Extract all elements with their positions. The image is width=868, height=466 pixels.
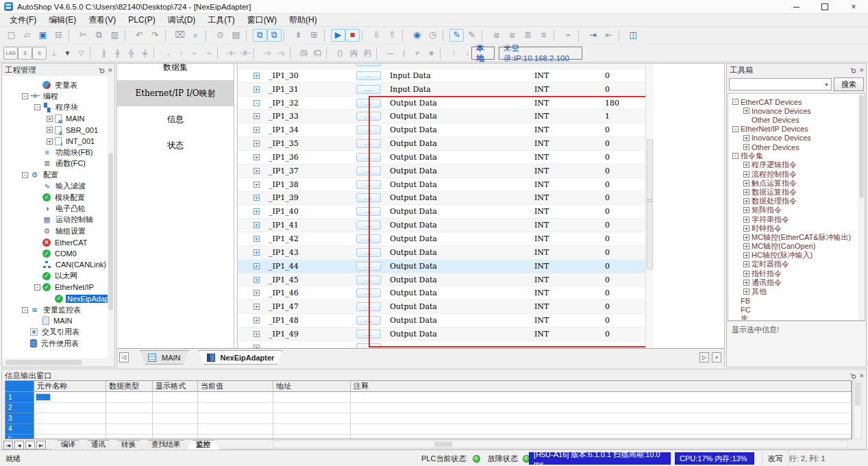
run-icon[interactable]: ▶ xyxy=(331,29,345,42)
toolbox-tree-item[interactable]: FB xyxy=(728,296,865,305)
tree-expander-icon[interactable]: + xyxy=(743,234,749,241)
menu-item[interactable]: 文件(F) xyxy=(3,13,42,27)
row-expander-icon[interactable]: + xyxy=(253,168,260,174)
local-mode-button[interactable]: 本地 xyxy=(471,47,495,60)
io-mapping-row[interactable]: + _IP1_34 ... Output Data INT 0 xyxy=(238,123,645,137)
cell-placeholder[interactable]: ... xyxy=(36,394,50,400)
watch-row[interactable]: 5 ... xyxy=(5,434,852,439)
row-expander-icon[interactable]: + xyxy=(253,113,260,119)
hline-icon[interactable]: — xyxy=(383,47,397,60)
triangle-outline-icon[interactable]: ▽ xyxy=(74,47,88,60)
minimize-button[interactable] xyxy=(782,0,810,14)
open-project-icon[interactable]: ▱ xyxy=(19,29,35,42)
cell-comment[interactable] xyxy=(351,392,852,403)
cell-datatype[interactable] xyxy=(106,424,153,435)
toolbox-tree-item[interactable]: + MC轴控(EtherCAT&脉冲输出) xyxy=(728,233,865,242)
ladder-toolbar-icon[interactable] xyxy=(217,47,222,60)
toolbox-tree-item[interactable]: + HC轴控(脉冲输入) xyxy=(728,251,865,260)
io-mapping-row[interactable]: + _IP1_47 ... Output Data INT 0 xyxy=(238,300,645,314)
toolbox-tree-item[interactable]: + Inovance Devices xyxy=(728,106,865,115)
tab-main[interactable]: MAIN xyxy=(140,350,189,365)
close-panel-icon[interactable]: × xyxy=(108,66,112,74)
toolbar-icon[interactable] xyxy=(69,29,73,42)
tree-expander-icon[interactable]: + xyxy=(743,261,749,267)
cell-value[interactable] xyxy=(198,413,273,424)
toolbox-tree-item[interactable]: + 定时器指令 xyxy=(728,260,865,269)
toolbox-tree-item[interactable]: Other Devices xyxy=(728,115,865,124)
browse-button[interactable]: ... xyxy=(356,153,381,162)
project-tree-item[interactable]: 函数(FC) xyxy=(3,158,114,169)
tree-expander-icon[interactable]: + xyxy=(743,108,749,114)
project-tree-item[interactable]: + INT_001 xyxy=(3,136,114,147)
tab-close-button[interactable]: × xyxy=(712,352,721,363)
row-expander-icon[interactable]: + xyxy=(253,154,260,160)
toolbox-tree-item[interactable]: + MC轴控(CanOpen) xyxy=(728,242,865,251)
next-page-button[interactable]: ▶ xyxy=(25,441,35,450)
ladder-toolbar-icon[interactable] xyxy=(153,47,158,60)
scrollbar-thumb[interactable] xyxy=(5,360,82,365)
output-tab[interactable]: 编译 xyxy=(51,440,85,450)
tree-expander-icon[interactable]: - xyxy=(22,307,28,313)
toolbox-tree-item[interactable]: 库 xyxy=(728,315,865,321)
cut-icon[interactable]: ✂ xyxy=(75,29,91,42)
insert-row-icon[interactable]: ╟ xyxy=(97,47,110,60)
output-tab[interactable]: 查找结果 xyxy=(142,440,190,450)
tree-expander-icon[interactable]: + xyxy=(743,189,749,195)
output-tab[interactable]: 转换 xyxy=(112,440,145,450)
project-tree-item[interactable]: 元件使用表 xyxy=(3,338,114,349)
exit-icon[interactable]: ◫ xyxy=(625,29,641,42)
io-mapping-row[interactable]: + _IP1_35 ... Output Data INT 0 xyxy=(238,137,645,151)
pin-icon[interactable]: ⚲ xyxy=(848,65,857,74)
browse-button[interactable]: ... xyxy=(356,139,381,148)
scrollbar-thumb[interactable] xyxy=(859,95,864,198)
cell-datatype[interactable] xyxy=(106,403,153,414)
align2-icon[interactable]: ≡ xyxy=(536,29,551,42)
window-copy-icon[interactable]: ⧉ xyxy=(253,29,267,42)
login-status-button[interactable]: 未登录:IP:10.168.2.100 xyxy=(499,47,582,60)
row-expander-icon[interactable]: + xyxy=(253,331,260,337)
tab-nexeipadapter[interactable]: NexEipAdapter xyxy=(199,350,283,365)
cell-value[interactable] xyxy=(198,403,273,414)
io-mapping-row[interactable]: ... xyxy=(238,64,645,69)
tree-expander-icon[interactable]: + xyxy=(743,207,749,213)
wire-corner-icon[interactable]: ⌐ xyxy=(188,47,201,60)
browse-button[interactable]: ... xyxy=(356,112,381,121)
browse-button[interactable]: ... xyxy=(356,85,381,94)
project-tree-item[interactable]: 功能块(FB) xyxy=(3,147,114,158)
toolbox-search-button[interactable]: 搜索 xyxy=(834,77,864,91)
vline-icon[interactable]: | xyxy=(397,47,410,60)
project-tree-item[interactable]: - 程序块 xyxy=(3,102,114,113)
io-mapping-row[interactable]: + _IP1_36 ... Output Data INT 0 xyxy=(238,151,645,164)
toolbox-tree-item[interactable]: + 时钟指令 xyxy=(728,224,865,233)
toolbox-search-input[interactable]: ▼ xyxy=(729,78,832,90)
toolbox-tree-item[interactable]: + 数据处理指令 xyxy=(728,197,865,206)
project-tree-item[interactable]: 电子凸轮 xyxy=(3,203,114,214)
tree-expander-icon[interactable]: + xyxy=(743,198,749,204)
browse-button[interactable]: ... xyxy=(356,193,381,202)
toolbox-tree-item[interactable]: - EtherNet/IP Devices xyxy=(728,125,865,134)
project-tree-item[interactable]: 轴组设置 xyxy=(3,225,114,236)
download-plc-icon[interactable]: ⇩ xyxy=(369,29,384,42)
browse-button[interactable]: ... xyxy=(356,180,381,189)
toolbar-icon[interactable] xyxy=(443,29,447,42)
cell-format[interactable] xyxy=(153,413,198,424)
ladder-toolbar-icon[interactable] xyxy=(376,47,381,60)
browse-button[interactable]: ... xyxy=(356,99,381,108)
chevron-down-icon[interactable]: ▼ xyxy=(824,82,829,87)
delete-row-icon[interactable]: ╪ xyxy=(138,47,151,60)
contact-no-icon[interactable]: ⊣⊢ xyxy=(224,47,238,60)
scrollbar-thumb[interactable] xyxy=(434,442,452,447)
toolbar-icon[interactable] xyxy=(165,29,170,42)
copy-icon[interactable]: ⧉ xyxy=(91,29,107,42)
oscilloscope-icon[interactable]: ◷ xyxy=(425,29,441,42)
tree-expander-icon[interactable]: + xyxy=(743,243,749,249)
browse-button[interactable]: ... xyxy=(356,167,381,175)
cell-comment[interactable] xyxy=(351,434,852,439)
search-icon[interactable]: ⌕ xyxy=(188,29,203,42)
row-expander-icon[interactable]: - xyxy=(253,100,260,106)
overwrite-mode[interactable]: 改写 xyxy=(762,450,789,466)
cell-placeholder[interactable]: ... xyxy=(36,426,43,432)
scrollbar-thumb[interactable] xyxy=(108,153,113,310)
pin-icon[interactable]: ⚲ xyxy=(848,371,857,380)
cell-address[interactable] xyxy=(273,413,351,424)
